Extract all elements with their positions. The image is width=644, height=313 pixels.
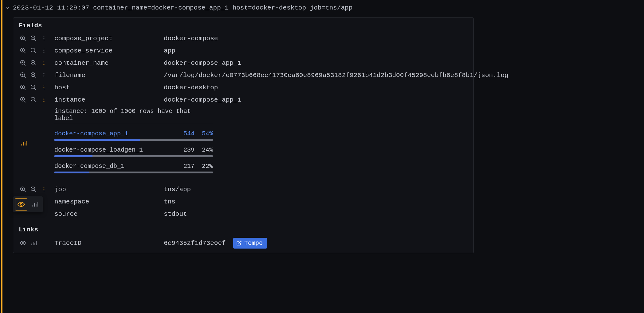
svg-line-21 <box>24 64 26 66</box>
bar-chart-icon[interactable] <box>30 239 37 247</box>
filter-for-icon[interactable] <box>19 47 27 54</box>
filter-for-icon[interactable] <box>19 96 27 103</box>
links-section-title: Links <box>19 226 468 233</box>
link-row: TraceID 6c94352f1d73e0ef Tempo <box>19 236 468 250</box>
svg-point-7 <box>44 36 45 37</box>
svg-line-31 <box>24 76 26 78</box>
filter-out-icon[interactable] <box>30 186 37 193</box>
svg-point-73 <box>44 191 45 191</box>
filter-for-icon[interactable] <box>19 186 27 193</box>
log-labels: container_name=docker-compose_app_1 host… <box>93 4 352 11</box>
field-menu-icon[interactable] <box>40 35 48 42</box>
fields-section-title: Fields <box>19 22 468 29</box>
show-field-button[interactable] <box>15 198 27 211</box>
log-timestamp: 2023-01-12 11:29:07 <box>13 4 89 11</box>
field-key: container_name <box>54 60 162 67</box>
eye-icon[interactable] <box>19 239 27 247</box>
svg-line-15 <box>34 52 36 53</box>
field-value: tns/app <box>164 186 468 193</box>
filter-out-icon[interactable] <box>30 96 37 103</box>
stat-bar <box>54 172 213 173</box>
field-key: instance <box>54 96 162 103</box>
field-value: docker-desktop <box>164 84 468 91</box>
field-row: compose_projectdocker-compose <box>19 32 468 44</box>
svg-point-47 <box>44 85 45 86</box>
svg-point-38 <box>44 75 45 76</box>
field-menu-icon[interactable] <box>40 47 48 54</box>
field-value: stdout <box>164 211 468 218</box>
stats-caption: instance: 1000 of 1000 rows have that la… <box>54 108 213 124</box>
stat-pct: 54% <box>194 130 213 137</box>
log-accent-bar <box>1 0 2 313</box>
svg-point-49 <box>44 89 45 90</box>
field-key: filename <box>54 72 162 79</box>
filter-for-icon[interactable] <box>19 84 27 91</box>
filter-out-icon[interactable] <box>30 59 37 67</box>
log-details-panel: Fields compose_projectdocker-compose com… <box>13 17 474 253</box>
field-key: host <box>54 84 162 91</box>
filter-out-icon[interactable] <box>30 84 37 91</box>
field-action-popup <box>13 196 43 212</box>
field-menu-icon[interactable] <box>40 71 48 79</box>
stat-row[interactable]: docker-compose_app_1 544 54% <box>54 130 213 141</box>
svg-line-51 <box>24 101 26 102</box>
filter-out-icon[interactable] <box>30 47 37 54</box>
svg-point-9 <box>44 40 45 41</box>
svg-point-71 <box>44 187 45 188</box>
log-row-header[interactable]: 2023-01-12 11:29:07 container_name=docke… <box>0 0 644 14</box>
field-value: /var/log/docker/e0773b668ec41730ca60e896… <box>164 72 509 79</box>
stat-name: docker-compose_loadgen_1 <box>54 146 173 153</box>
link-key: TraceID <box>54 240 162 247</box>
field-value: app <box>164 47 468 54</box>
stat-pct: 24% <box>194 146 213 153</box>
field-row: instancedocker-compose_app_1 <box>19 94 468 106</box>
field-row: namespacetns <box>19 195 468 208</box>
svg-line-25 <box>34 64 36 66</box>
stat-count: 217 <box>173 163 194 170</box>
field-stats-button[interactable] <box>29 198 41 211</box>
filter-for-icon[interactable] <box>19 59 27 67</box>
stat-row[interactable]: docker-compose_db_1 217 22% <box>54 163 213 173</box>
field-key: job <box>54 186 162 193</box>
field-menu-icon[interactable] <box>40 186 48 193</box>
field-menu-icon[interactable] <box>40 96 48 103</box>
filter-for-icon[interactable] <box>19 35 27 42</box>
stat-pct: 22% <box>194 163 213 170</box>
svg-point-59 <box>44 101 45 102</box>
field-menu-icon[interactable] <box>40 59 48 67</box>
svg-line-5 <box>34 39 36 41</box>
stat-bar <box>54 139 213 141</box>
field-key: namespace <box>54 198 162 205</box>
svg-point-57 <box>44 98 45 99</box>
field-row: sourcestdout <box>19 208 468 220</box>
svg-point-74 <box>22 242 24 244</box>
filter-for-icon[interactable] <box>19 71 27 79</box>
field-value: docker-compose <box>164 35 468 42</box>
svg-line-1 <box>24 39 26 41</box>
svg-point-72 <box>44 189 45 190</box>
field-menu-icon[interactable] <box>40 84 48 91</box>
svg-point-58 <box>44 99 45 100</box>
stat-bar <box>54 155 213 157</box>
svg-line-79 <box>239 241 241 243</box>
svg-point-28 <box>44 63 45 64</box>
chevron-down-icon <box>6 6 10 10</box>
field-row: container_namedocker-compose_app_1 <box>19 57 468 69</box>
field-key: compose_project <box>54 35 162 42</box>
tempo-button[interactable]: Tempo <box>233 238 267 249</box>
field-value: docker-compose_app_1 <box>164 96 468 103</box>
field-row: compose_serviceapp <box>19 44 468 57</box>
field-value: tns <box>164 198 468 205</box>
stat-row[interactable]: docker-compose_loadgen_1 239 24% <box>54 146 213 157</box>
svg-line-69 <box>34 190 36 192</box>
link-value: 6c94352f1d73e0ef <box>164 240 231 247</box>
svg-point-37 <box>44 73 45 74</box>
field-row: hostdocker-desktop <box>19 81 468 94</box>
filter-out-icon[interactable] <box>30 35 37 42</box>
field-row: jobtns/app <box>19 183 468 195</box>
field-row: filename/var/log/docker/e0773b668ec41730… <box>19 69 468 81</box>
svg-point-29 <box>44 64 45 65</box>
svg-line-41 <box>24 88 26 90</box>
filter-out-icon[interactable] <box>30 71 37 79</box>
svg-point-80 <box>20 203 22 205</box>
